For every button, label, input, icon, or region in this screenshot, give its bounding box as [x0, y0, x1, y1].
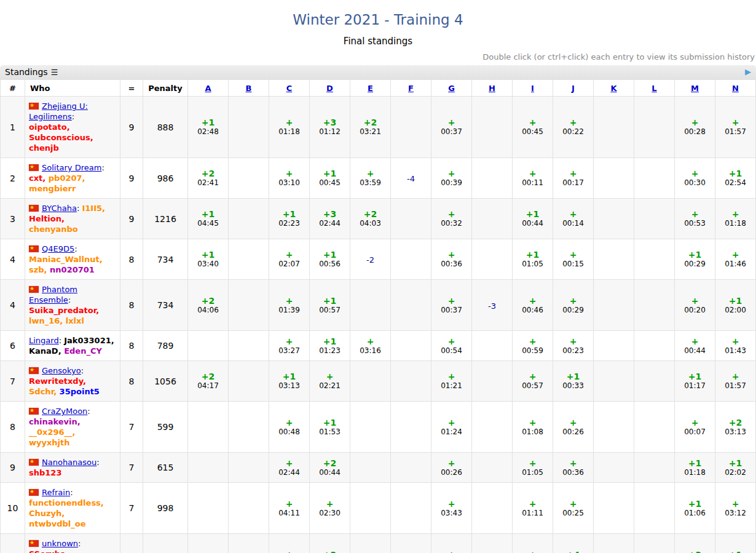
- result-cell-N[interactable]: +102:54: [715, 158, 756, 199]
- problem-link-E[interactable]: E: [368, 84, 373, 93]
- problem-link-G[interactable]: G: [448, 84, 455, 93]
- result-cell-G[interactable]: +00:32: [431, 199, 472, 239]
- result-cell-C[interactable]: +00:48: [269, 402, 310, 453]
- result-cell-I[interactable]: +100:44: [513, 199, 553, 239]
- result-cell-C[interactable]: +02:44: [269, 453, 310, 483]
- result-cell-C[interactable]: +04:11: [269, 483, 310, 534]
- result-cell-N[interactable]: +01:43: [715, 331, 756, 361]
- result-cell-C[interactable]: +103:13: [269, 361, 310, 402]
- result-cell-C[interactable]: +01:39: [269, 280, 310, 331]
- result-cell-G[interactable]: +01:24: [431, 402, 472, 453]
- team-link[interactable]: Gensokyo: [42, 366, 81, 375]
- result-cell-J[interactable]: +00:22: [553, 97, 594, 158]
- problem-link-I[interactable]: I: [531, 84, 534, 93]
- result-cell-D[interactable]: +101:23: [310, 331, 350, 361]
- result-cell-A[interactable]: +102:48: [188, 97, 229, 158]
- expand-right-arrow-icon[interactable]: ▶: [745, 67, 751, 77]
- result-cell-I[interactable]: +00:11: [513, 158, 553, 199]
- problem-link-M[interactable]: M: [691, 84, 699, 93]
- result-cell-N[interactable]: +104:59: [715, 534, 756, 553]
- result-cell-G[interactable]: +00:37: [431, 280, 472, 331]
- problem-link-F[interactable]: F: [408, 84, 414, 93]
- result-cell-E[interactable]: +204:03: [350, 199, 391, 239]
- result-cell-I[interactable]: +00:46: [513, 280, 553, 331]
- result-cell-N[interactable]: +102:02: [715, 453, 756, 483]
- result-cell-J[interactable]: +00:17: [553, 158, 594, 199]
- result-cell-I[interactable]: +101:05: [513, 239, 553, 280]
- result-cell-M[interactable]: +100:29: [675, 239, 715, 280]
- team-link[interactable]: Solitary Dream: [42, 163, 101, 172]
- result-cell-N[interactable]: +01:57: [715, 361, 756, 402]
- result-cell-I[interactable]: +01:08: [513, 402, 553, 453]
- team-link[interactable]: Lingard: [29, 336, 59, 345]
- result-cell-C[interactable]: +03:27: [269, 331, 310, 361]
- result-cell-D[interactable]: +200:44: [310, 453, 350, 483]
- team-link[interactable]: Nanohanasou: [42, 458, 96, 467]
- result-cell-D[interactable]: +101:53: [310, 402, 350, 453]
- result-cell-G[interactable]: +00:26: [431, 453, 472, 483]
- result-cell-C[interactable]: +03:10: [269, 158, 310, 199]
- problem-link-N[interactable]: N: [732, 84, 739, 93]
- result-cell-N[interactable]: +01:46: [715, 239, 756, 280]
- result-cell-N[interactable]: +01:57: [715, 97, 756, 158]
- problem-link-J[interactable]: J: [572, 84, 575, 93]
- result-cell-D[interactable]: +02:30: [310, 483, 350, 534]
- result-cell-G[interactable]: +01:11: [431, 534, 472, 553]
- result-cell-E[interactable]: +203:21: [350, 97, 391, 158]
- result-cell-I[interactable]: +00:25: [513, 534, 553, 553]
- result-cell-J[interactable]: +00:15: [553, 239, 594, 280]
- result-cell-I[interactable]: +01:05: [513, 453, 553, 483]
- result-cell-N[interactable]: +01:18: [715, 199, 756, 239]
- result-cell-G[interactable]: +00:36: [431, 239, 472, 280]
- result-cell-D[interactable]: +02:21: [310, 361, 350, 402]
- result-cell-D[interactable]: +100:57: [310, 280, 350, 331]
- result-cell-J[interactable]: +00:25: [553, 483, 594, 534]
- result-cell-D[interactable]: +203:58: [310, 534, 350, 553]
- result-cell-A[interactable]: +104:45: [188, 199, 229, 239]
- result-cell-I[interactable]: +00:57: [513, 361, 553, 402]
- result-cell-J[interactable]: +00:23: [553, 331, 594, 361]
- result-cell-M[interactable]: +00:30: [675, 158, 715, 199]
- result-cell-I[interactable]: +00:59: [513, 331, 553, 361]
- result-cell-D[interactable]: +100:45: [310, 158, 350, 199]
- result-cell-A[interactable]: +204:17: [188, 361, 229, 402]
- team-link[interactable]: unknown: [42, 539, 78, 548]
- team-link[interactable]: BYChaha: [42, 204, 77, 213]
- result-cell-M[interactable]: +00:20: [675, 280, 715, 331]
- result-cell-M[interactable]: +00:44: [675, 331, 715, 361]
- result-cell-C[interactable]: +102:23: [269, 199, 310, 239]
- result-cell-J[interactable]: +00:29: [553, 280, 594, 331]
- result-cell-E[interactable]: +03:59: [350, 158, 391, 199]
- problem-link-H[interactable]: H: [489, 84, 495, 93]
- result-cell-J[interactable]: +401:47: [553, 534, 594, 553]
- result-cell-N[interactable]: +03:12: [715, 483, 756, 534]
- result-cell-J[interactable]: +00:36: [553, 453, 594, 483]
- result-cell-G[interactable]: +00:54: [431, 331, 472, 361]
- result-cell-G[interactable]: +03:43: [431, 483, 472, 534]
- result-cell-M[interactable]: +00:53: [675, 199, 715, 239]
- result-cell-G[interactable]: +00:37: [431, 97, 472, 158]
- team-link[interactable]: Refrain: [42, 488, 70, 497]
- result-cell-I[interactable]: +01:11: [513, 483, 553, 534]
- result-cell-A[interactable]: +103:40: [188, 239, 229, 280]
- result-cell-M[interactable]: +00:28: [675, 97, 715, 158]
- problem-link-K[interactable]: K: [610, 84, 616, 93]
- result-cell-C[interactable]: +03:07: [269, 534, 310, 553]
- result-cell-J[interactable]: +00:26: [553, 402, 594, 453]
- result-cell-G[interactable]: +01:21: [431, 361, 472, 402]
- result-cell-A[interactable]: +202:41: [188, 158, 229, 199]
- result-cell-H[interactable]: -3: [472, 280, 513, 331]
- problem-link-A[interactable]: A: [205, 84, 211, 93]
- result-cell-M[interactable]: +00:07: [675, 402, 715, 453]
- team-link[interactable]: Q4E9D5: [42, 244, 74, 253]
- result-cell-M[interactable]: +101:06: [675, 483, 715, 534]
- result-cell-J[interactable]: +100:33: [553, 361, 594, 402]
- result-cell-D[interactable]: +100:56: [310, 239, 350, 280]
- result-cell-M[interactable]: +101:18: [675, 453, 715, 483]
- result-cell-N[interactable]: +102:00: [715, 280, 756, 331]
- result-cell-N[interactable]: +203:13: [715, 402, 756, 453]
- problem-link-B[interactable]: B: [246, 84, 252, 93]
- result-cell-F[interactable]: -4: [391, 158, 431, 199]
- result-cell-C[interactable]: +02:07: [269, 239, 310, 280]
- result-cell-J[interactable]: +00:14: [553, 199, 594, 239]
